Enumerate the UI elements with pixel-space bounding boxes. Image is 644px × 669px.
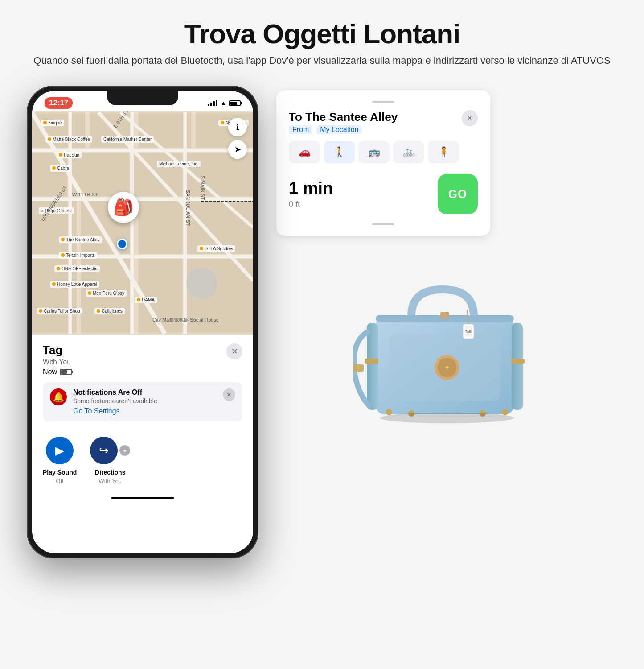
map-place-cabra: Cabra [50,165,71,172]
svg-point-44 [502,409,508,415]
nav-distance: 0 ft [289,200,333,209]
wifi-icon: ▲ [220,99,226,107]
nav-from-value: My Location [316,125,362,134]
directions-label: Directions [95,469,125,476]
nav-details: 1 min 0 ft GO [289,174,478,214]
home-bar [111,497,174,499]
map-place-oneoff: ONE OFF eclectic [54,265,100,272]
svg-rect-28 [512,323,523,410]
map-controls[interactable]: ℹ ➤ [228,118,247,159]
page-header: Trova Oggetti Lontani Quando sei fuori d… [0,0,644,77]
svg-rect-11 [138,201,182,254]
map-place-michael: Michael Levine, Inc. [157,161,201,167]
svg-point-41 [386,409,392,415]
bag-svg: ✦ TAG [353,254,541,423]
tag-battery [60,369,72,375]
svg-rect-39 [365,359,378,364]
nav-close-button[interactable]: × [462,110,478,126]
right-content: To The Santee Alley From My Location × 🚗… [276,86,617,423]
action-buttons: ▶ Play Sound Off ↪ ● Directions With You [43,428,242,491]
directions-icon[interactable]: ↪ [90,437,118,464]
nav-card: To The Santee Alley From My Location × 🚗… [276,90,490,236]
notif-bell-icon: 🔔 [50,388,67,405]
status-icons: ▲ [208,99,241,107]
status-time: 12:17 [45,97,73,109]
svg-rect-20 [68,112,72,334]
bag-container: ✦ TAG [276,254,617,423]
close-button[interactable]: ✕ [226,343,242,359]
svg-rect-30 [440,312,449,319]
backpack-marker: 🎒 [108,192,139,223]
transport-bike[interactable]: 🚲 [393,141,424,163]
directions-item[interactable]: ↪ ● Directions With You [90,437,130,484]
signal-icon [208,100,217,106]
transport-transit[interactable]: 🚌 [358,141,390,163]
svg-text:TAG: TAG [465,330,472,333]
svg-point-46 [380,413,514,423]
map-place-callejones: Callejones [94,308,125,314]
tag-info: Tag With You Now [43,343,72,376]
map-place-dtla: DTLA Smokes [197,245,235,252]
svg-rect-40 [511,359,525,364]
card-handle-top [372,101,394,103]
phone-screen: 12:17 ▲ [32,91,253,553]
map-place-cmc: California Market Center [101,136,154,143]
info-button[interactable]: ℹ [228,118,247,136]
notif-close-button[interactable]: ✕ [223,388,235,401]
map-street-main: S MAIN ST [200,175,205,200]
tag-battery-line: Now [43,368,72,376]
directions-status: With You [99,478,122,484]
play-sound-label: Play Sound [43,469,77,476]
phone-notch [107,91,178,105]
ghost-marker [186,268,217,299]
content-area: 12:17 ▲ [0,77,644,567]
battery-icon [229,100,241,106]
nav-time-info: 1 min 0 ft [289,179,333,209]
nav-destination: To The Santee Alley From My Location [289,110,398,134]
map-place-pacsun: PacSun [57,152,82,158]
map-place-tenzin: Tenzin Imports [59,252,97,259]
page-subtitle: Quando sei fuori dalla portata del Bluet… [9,53,635,68]
transport-walk[interactable]: 🚶 [324,141,355,163]
page-title: Trova Oggetti Lontani [9,18,635,50]
map-street-san-julian: SAN JULIAN ST [185,190,191,226]
location-button[interactable]: ➤ [228,140,247,159]
map-place-carlos: Carlos Tailor Shop [37,308,82,314]
nav-card-header: To The Santee Alley From My Location × [289,110,478,134]
map-place-city: City Ma臺電地圖 Social House [152,317,219,323]
map-place-matte-black: Matte Black Coffee [45,136,92,143]
phone-mockup: 12:17 ▲ [27,86,258,558]
location-dot [117,239,127,249]
map-place-mex: Mex Peru Gipsy [86,290,127,297]
bag-image: ✦ TAG [353,254,541,423]
tag-header: Tag With You Now ✕ [43,343,242,376]
dashed-connector [201,201,253,202]
go-button[interactable]: GO [438,174,478,214]
nav-card-from: From My Location [289,126,398,134]
transport-car[interactable]: 🚗 [289,141,320,163]
map-place-dama: DAMA [135,297,157,303]
tag-now: Now [43,368,57,376]
notif-settings-link[interactable]: Go To Settings [73,407,217,415]
map-street-w11th: W 11TH ST [72,192,98,197]
svg-rect-27 [367,323,378,410]
play-sound-item[interactable]: ▶ Play Sound Off [43,437,77,484]
tag-name: Tag [43,343,72,357]
tag-with-you: With You [43,358,72,366]
map-area[interactable]: Zinqué Nice Kicks Matte Black Coffee Pac… [32,112,253,334]
map-place-honey: Honey Love Apparel [50,281,99,288]
bottom-panel: Tag With You Now ✕ 🔔 [32,334,253,499]
transport-modes: 🚗 🚶 🚌 🚲 🧍 [289,141,478,163]
card-handle-bottom [372,223,394,225]
notification-bar: 🔔 Notifications Are Off Some features ar… [43,382,242,421]
directions-dot: ● [119,445,130,456]
play-sound-icon[interactable]: ▶ [46,437,74,464]
map-place-santee: The Santee Alley [59,236,102,243]
svg-rect-45 [353,364,364,372]
notif-title: Notifications Are Off [73,388,217,396]
notif-subtitle: Some features aren't available [73,397,217,405]
svg-rect-8 [187,152,253,196]
transport-person[interactable]: 🧍 [428,141,459,163]
map-place-zinque: Zinqué [41,120,64,126]
nav-time: 1 min [289,179,333,198]
